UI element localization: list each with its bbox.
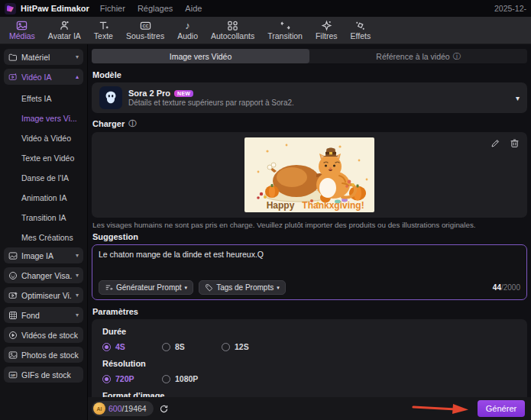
info-icon: ⓘ: [128, 118, 136, 129]
tool-texte[interactable]: Texte: [94, 20, 113, 40]
sidebar-item-photos-stock[interactable]: Photos de stock: [4, 347, 83, 363]
sora-model-icon: [99, 86, 122, 109]
resolution-options: 720P 1080P: [102, 374, 516, 383]
model-name: Sora 2 Pro: [128, 89, 170, 98]
model-section-label: Modèle: [92, 70, 527, 79]
resolution-1080p-radio[interactable]: 1080P: [162, 374, 222, 383]
tool-filtres[interactable]: Filtres: [316, 20, 338, 40]
coin-icon: AI: [93, 402, 105, 415]
prompt-generator-button[interactable]: Générateur Prompt ▾: [99, 280, 193, 295]
info-icon: ⓘ: [453, 51, 461, 62]
chevron-down-icon: ▾: [76, 272, 79, 279]
parameters-panel: Durée 4S 8S 12S: [92, 319, 527, 397]
radio-icon: [162, 343, 170, 351]
chevron-down-icon: ▾: [76, 312, 79, 318]
svg-text:Happy: Happy: [267, 200, 295, 211]
tool-sous-titres[interactable]: CC Sous-titres: [126, 20, 164, 40]
upload-area[interactable]: Happy Thankxgiving!: [92, 132, 527, 218]
duration-label: Durée: [102, 327, 516, 336]
svg-text:CC: CC: [142, 24, 148, 28]
sidebar-sub-image-vers-video[interactable]: Image vers Vi...: [4, 108, 83, 128]
svg-text:GIF: GIF: [11, 374, 16, 377]
sidebar-item-optimiseur-video[interactable]: Optimiseur Vi... ▾: [4, 287, 83, 303]
menu-fichier[interactable]: Fichier: [100, 4, 125, 13]
effects-icon: [355, 20, 366, 31]
prompt-tags-button[interactable]: Tags de Prompts ▾: [199, 280, 286, 295]
credits-counter: AI 600/19464: [92, 401, 154, 416]
chevron-down-icon[interactable]: ▾: [516, 94, 520, 102]
stickers-icon: [227, 20, 238, 31]
video-ai-icon: [8, 73, 18, 82]
background-icon: [8, 311, 18, 320]
radio-icon: [102, 375, 111, 383]
suggestion-section-label: Suggestion: [92, 232, 527, 241]
prompt-box: Le chaton mange de la dinde et est heure…: [92, 244, 527, 300]
duration-4s-radio[interactable]: 4S: [102, 342, 162, 351]
credits-used: 600: [108, 404, 122, 413]
duration-8s-radio[interactable]: 8S: [162, 342, 222, 351]
chevron-down-icon: ▾: [76, 292, 79, 299]
sidebar-sub-danse-ia[interactable]: Danse de l'IA: [4, 168, 83, 188]
refresh-icon: [159, 404, 169, 414]
chevron-down-icon: ▾: [277, 285, 280, 291]
sidebar-sub-effets-ia[interactable]: Effets IA: [4, 89, 83, 108]
edit-icon[interactable]: [491, 138, 500, 148]
footer-bar: AI 600/19464 Générer: [88, 397, 531, 420]
sidebar-sub-animation-ia[interactable]: Animation IA: [4, 188, 83, 208]
delete-icon[interactable]: [510, 138, 520, 148]
app-logo-icon: [5, 3, 16, 15]
sidebar-item-fond[interactable]: Fond ▾: [4, 307, 83, 323]
duration-12s-radio[interactable]: 12S: [222, 342, 281, 351]
transition-icon: [280, 20, 291, 31]
main-content: Image vers Vidéo Référence à la vidéo ⓘ …: [88, 44, 531, 397]
image-ai-icon: [8, 251, 18, 260]
tab-image-vers-video[interactable]: Image vers Vidéo: [92, 49, 309, 63]
app-window: HitPaw Edimakor Fichier Réglages Aide 20…: [0, 0, 531, 420]
resolution-label: Résolution: [102, 359, 516, 368]
menu-aide[interactable]: Aide: [185, 4, 202, 13]
menu-reglages[interactable]: Réglages: [138, 4, 173, 13]
tool-autocollants[interactable]: Autocollants: [211, 20, 254, 40]
face-swap-icon: [8, 271, 18, 280]
avatar-icon: [59, 20, 70, 31]
aspect-ratio-label: Format d'image: [102, 391, 516, 397]
sidebar: Matériel ▾ Vidéo IA ▴ Effets IA Image ve…: [0, 44, 88, 420]
generate-button[interactable]: Générer: [478, 400, 525, 417]
refresh-credits-button[interactable]: [159, 404, 169, 414]
sidebar-item-video-ia[interactable]: Vidéo IA ▴: [4, 69, 83, 85]
new-badge: NEW: [174, 90, 193, 97]
tab-reference-video[interactable]: Référence à la vidéo ⓘ: [309, 49, 527, 63]
tool-effets[interactable]: Effets: [351, 20, 371, 40]
credits-total: /19464: [122, 404, 147, 413]
chevron-up-icon: ▴: [76, 73, 79, 80]
duration-options: 4S 8S 12S: [102, 342, 516, 351]
resolution-720p-radio[interactable]: 720P: [102, 374, 162, 383]
tool-audio[interactable]: ♪ Audio: [177, 20, 198, 40]
upload-note: Les visages humains ne sont pas pris en …: [92, 221, 526, 229]
prompt-input[interactable]: Le chaton mange de la dinde et est heure…: [99, 250, 520, 280]
model-selector[interactable]: Sora 2 Pro NEW Détails et texture supéri…: [92, 82, 527, 113]
sidebar-sub-texte-en-video[interactable]: Texte en Vidéo: [4, 148, 83, 168]
tool-medias[interactable]: Médias: [9, 20, 35, 40]
sidebar-item-materiel[interactable]: Matériel ▾: [4, 49, 83, 65]
tool-transition[interactable]: Transition: [267, 20, 303, 40]
text-icon: [98, 20, 109, 31]
tool-avatar-ia[interactable]: Avatar IA: [48, 20, 81, 40]
stock-video-icon: [8, 331, 18, 340]
audio-icon: ♪: [185, 20, 190, 31]
subtitles-icon: CC: [140, 20, 151, 31]
sidebar-sub-transition-ia[interactable]: Transition IA: [4, 208, 83, 228]
menubar: HitPaw Edimakor Fichier Réglages Aide 20…: [0, 0, 531, 17]
char-counter: 44/2000: [493, 283, 520, 292]
sidebar-sub-video-a-video[interactable]: Vidéo à Vidéo: [4, 128, 83, 148]
model-description: Détails et texture supérieurs par rappor…: [128, 99, 294, 107]
sidebar-item-gifs-stock[interactable]: GIF GIFs de stock: [4, 367, 83, 383]
svg-text:Thankxgiving!: Thankxgiving!: [302, 200, 364, 211]
sidebar-item-videos-stock[interactable]: Vidéos de stock: [4, 327, 83, 343]
sidebar-item-image-ia[interactable]: Image IA ▾: [4, 247, 83, 263]
uploaded-image-preview: Happy Thankxgiving!: [244, 137, 374, 212]
sidebar-sub-mes-creations[interactable]: Mes Créations: [4, 228, 83, 247]
app-title: HitPaw Edimakor: [21, 4, 89, 13]
sidebar-item-changer-visage[interactable]: Changer Visa... ▾: [4, 267, 83, 283]
toolbar: Médias Avatar IA Texte CC Sous-titres ♪ …: [0, 17, 531, 44]
